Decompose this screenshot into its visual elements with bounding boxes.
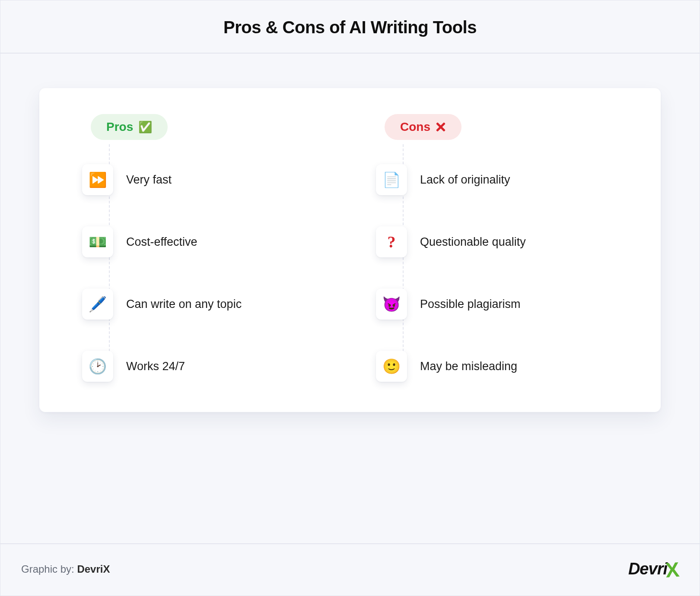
pros-badge: Pros ✅ bbox=[91, 114, 168, 140]
cons-column: Cons 📄Lack of originality?Questionable q… bbox=[376, 114, 618, 382]
item-label: Can write on any topic bbox=[126, 298, 242, 311]
pros-badge-label: Pros bbox=[106, 120, 133, 134]
brand-x-icon: X bbox=[665, 558, 680, 582]
list-item: 🖊️Can write on any topic bbox=[82, 288, 324, 320]
item-label: Possible plagiarism bbox=[420, 298, 521, 311]
cons-list: 📄Lack of originality?Questionable qualit… bbox=[376, 164, 618, 382]
money-icon: 💵 bbox=[82, 226, 113, 257]
devil-icon: 😈 bbox=[376, 288, 407, 320]
cons-badge: Cons bbox=[385, 114, 461, 140]
credit-text: Graphic by: DevriX bbox=[21, 563, 110, 575]
item-label: May be misleading bbox=[420, 360, 517, 373]
list-item: 🙂May be misleading bbox=[376, 351, 618, 382]
document-icon: 📄 bbox=[376, 164, 407, 195]
brand-logo: DevriX bbox=[628, 557, 679, 581]
check-icon: ✅ bbox=[138, 121, 152, 133]
pros-column: Pros ✅ ⏩Very fast💵Cost-effective🖊️Can wr… bbox=[82, 114, 324, 382]
list-item: ⏩Very fast bbox=[82, 164, 324, 195]
smiley-icon: 🙂 bbox=[376, 351, 407, 382]
list-item: ?Questionable quality bbox=[376, 226, 618, 257]
content-stage: Pros ✅ ⏩Very fast💵Cost-effective🖊️Can wr… bbox=[0, 54, 700, 429]
list-item: 💵Cost-effective bbox=[82, 226, 324, 257]
credit-prefix: Graphic by: bbox=[21, 563, 77, 575]
list-item: 🕑Works 24/7 bbox=[82, 351, 324, 382]
clock-icon: 🕑 bbox=[82, 351, 113, 382]
header: Pros & Cons of AI Writing Tools bbox=[0, 0, 700, 54]
pen-icon: 🖊️ bbox=[82, 288, 113, 320]
brand-text: Devri bbox=[628, 560, 667, 578]
item-label: Works 24/7 bbox=[126, 360, 185, 373]
item-label: Questionable quality bbox=[420, 235, 526, 249]
question-icon: ? bbox=[376, 226, 407, 257]
credit-author: DevriX bbox=[77, 563, 110, 575]
footer: Graphic by: DevriX DevriX bbox=[0, 543, 700, 596]
item-label: Lack of originality bbox=[420, 173, 510, 187]
comparison-card: Pros ✅ ⏩Very fast💵Cost-effective🖊️Can wr… bbox=[39, 88, 661, 412]
list-item: 📄Lack of originality bbox=[376, 164, 618, 195]
pros-list: ⏩Very fast💵Cost-effective🖊️Can write on … bbox=[82, 164, 324, 382]
cross-icon bbox=[436, 122, 446, 132]
cons-badge-label: Cons bbox=[400, 120, 430, 134]
fast-forward-icon: ⏩ bbox=[82, 164, 113, 195]
item-label: Cost-effective bbox=[126, 235, 197, 249]
page-title: Pros & Cons of AI Writing Tools bbox=[0, 18, 700, 37]
list-item: 😈Possible plagiarism bbox=[376, 288, 618, 320]
item-label: Very fast bbox=[126, 173, 172, 187]
